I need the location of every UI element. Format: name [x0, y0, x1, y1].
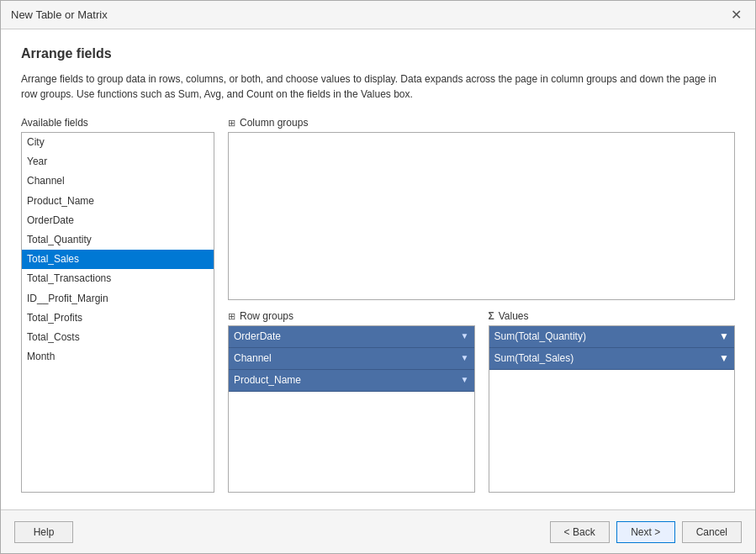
footer: Help < Back Next > Cancel: [1, 509, 755, 553]
values-list[interactable]: Sum(Total_Quantity)▼Sum(Total_Sales)▼: [489, 325, 736, 493]
fields-area: Available fields CityYearChannelProduct_…: [21, 117, 735, 493]
available-field-item[interactable]: Total_Costs: [22, 328, 214, 347]
cancel-button[interactable]: Cancel: [682, 521, 742, 543]
available-field-item[interactable]: Year: [22, 152, 214, 171]
top-row: Column groups: [228, 117, 735, 300]
available-field-item[interactable]: Total_Sales: [22, 250, 214, 269]
available-field-item[interactable]: Channel: [22, 171, 214, 191]
available-fields-list[interactable]: CityYearChannelProduct_NameOrderDateTota…: [21, 132, 214, 493]
value-item[interactable]: Sum(Total_Quantity)▼: [489, 326, 735, 348]
value-item[interactable]: Sum(Total_Sales)▼: [489, 348, 735, 370]
row-groups-header: Row groups: [228, 310, 475, 322]
bottom-row: Row groups OrderDate▼Channel▼Product_Nam…: [228, 310, 735, 493]
row-group-item[interactable]: Product_Name▼: [229, 370, 474, 392]
available-fields-label: Available fields: [21, 117, 214, 129]
row-group-item[interactable]: OrderDate▼: [229, 326, 474, 348]
help-button[interactable]: Help: [14, 521, 73, 543]
available-field-item[interactable]: Total_Transactions: [22, 269, 214, 288]
row-groups-section: Row groups OrderDate▼Channel▼Product_Nam…: [228, 310, 475, 493]
row-groups-icon: [228, 310, 235, 322]
available-field-item[interactable]: Total_Profits: [22, 309, 214, 328]
available-fields-panel: Available fields CityYearChannelProduct_…: [21, 117, 214, 493]
dialog: New Table or Matrix ✕ Arrange fields Arr…: [0, 0, 756, 554]
row-groups-label: Row groups: [240, 310, 293, 322]
dialog-title: New Table or Matrix: [11, 8, 108, 21]
footer-left: Help: [14, 521, 73, 543]
available-field-item[interactable]: Month: [22, 347, 214, 367]
footer-right: < Back Next > Cancel: [550, 521, 742, 543]
available-field-item[interactable]: ID__Profit_Margin: [22, 289, 214, 309]
available-field-item[interactable]: OrderDate: [22, 211, 214, 230]
values-label: Values: [499, 310, 529, 322]
available-field-item[interactable]: City: [22, 133, 214, 152]
right-panels: Column groups Row groups OrderD: [228, 117, 735, 493]
values-header: Values: [489, 310, 736, 322]
values-icon: [489, 310, 494, 322]
column-groups-list[interactable]: [228, 132, 735, 300]
column-groups-header: Column groups: [228, 117, 735, 129]
title-bar: New Table or Matrix ✕: [1, 1, 755, 29]
column-groups-icon: [228, 117, 235, 129]
values-section: Values Sum(Total_Quantity)▼Sum(Total_Sal…: [489, 310, 736, 493]
close-button[interactable]: ✕: [727, 7, 745, 24]
column-groups-section: Column groups: [228, 117, 735, 300]
page-title: Arrange fields: [21, 46, 735, 61]
column-groups-label: Column groups: [240, 117, 308, 129]
available-field-item[interactable]: Product_Name: [22, 192, 214, 211]
description-text: Arrange fields to group data in rows, co…: [21, 71, 735, 102]
row-group-item[interactable]: Channel▼: [229, 348, 474, 370]
back-button[interactable]: < Back: [550, 521, 610, 543]
content-area: Arrange fields Arrange fields to group d…: [1, 29, 755, 509]
available-field-item[interactable]: Total_Quantity: [22, 230, 214, 250]
row-groups-list[interactable]: OrderDate▼Channel▼Product_Name▼: [228, 325, 475, 493]
next-button[interactable]: Next >: [616, 521, 675, 543]
